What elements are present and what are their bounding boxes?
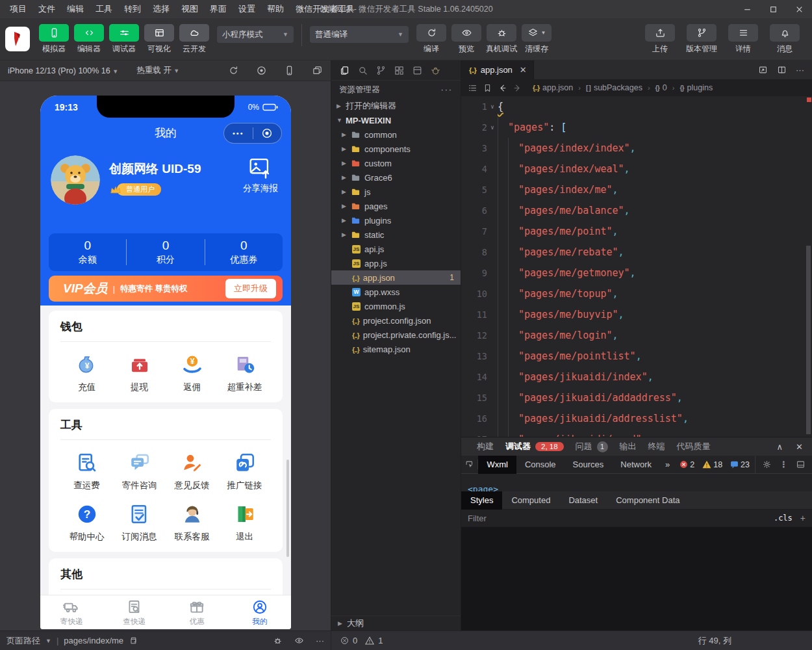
- tree-file-app.wxss[interactable]: Wapp.wxss: [331, 285, 461, 299]
- close-button[interactable]: [786, 0, 812, 18]
- devtools-tab-Wxml[interactable]: Wxml: [478, 456, 516, 474]
- close-circle-icon[interactable]: [253, 127, 282, 139]
- toolbar-action-预览[interactable]: 预览: [450, 24, 483, 55]
- inspect-element-icon[interactable]: [461, 460, 478, 469]
- menu-item-文件[interactable]: 文件: [32, 0, 61, 18]
- error-count[interactable]: 2: [679, 460, 694, 469]
- page-path-label[interactable]: 页面路径: [6, 635, 40, 647]
- wxml-tree-clipped[interactable]: <page>: [461, 474, 812, 491]
- tree-folder-static[interactable]: ▶static: [331, 228, 461, 242]
- grid-item-查运费[interactable]: 查运费: [60, 440, 113, 491]
- tab-我的[interactable]: 我的: [229, 595, 292, 629]
- menu-item-微信开发者工具[interactable]: 微信开发者工具: [290, 0, 361, 18]
- dock-panel-icon[interactable]: [796, 460, 806, 469]
- copy-icon[interactable]: [129, 636, 137, 645]
- compile-select[interactable]: 普通编译▼: [310, 26, 409, 43]
- grid-item-意见反馈[interactable]: 意见反馈: [166, 440, 218, 491]
- tab-优惠[interactable]: 优惠: [166, 595, 229, 629]
- phone-scrollbar[interactable]: [286, 460, 289, 557]
- tree-file-project.private.config.js...[interactable]: {..}project.private.config.js...: [331, 328, 461, 342]
- forward-arrow-icon[interactable]: [513, 83, 522, 93]
- mode-select[interactable]: 小程序模式▼: [217, 26, 294, 43]
- menu-item-帮助[interactable]: 帮助: [261, 0, 290, 18]
- cls-button[interactable]: .cls: [774, 514, 793, 523]
- list-icon[interactable]: [468, 83, 477, 93]
- grid-item-帮助中心[interactable]: ?帮助中心: [60, 491, 113, 543]
- toolbar-mode-调试器[interactable]: 调试器: [107, 24, 141, 55]
- editor-scrollbar[interactable]: [806, 246, 811, 434]
- files-activity-icon[interactable]: [339, 65, 350, 76]
- grid-item-超重补差[interactable]: 超重补差: [218, 342, 271, 393]
- multi-window-icon[interactable]: [312, 65, 323, 76]
- tab-查快递[interactable]: 查快递: [103, 595, 166, 629]
- outline-section[interactable]: ▶ 大纲: [331, 616, 461, 630]
- error-count-status[interactable]: 0: [353, 636, 357, 645]
- stat-优惠券[interactable]: 0优惠券: [205, 239, 283, 266]
- styles-tab-Styles[interactable]: Styles: [461, 491, 502, 510]
- debugger-tab-调试器[interactable]: 调试器2, 18: [505, 441, 564, 452]
- record-icon[interactable]: [256, 65, 267, 76]
- tree-file-common.js[interactable]: JScommon.js: [331, 299, 461, 313]
- toolbar-action-清缓存[interactable]: ▼清缓存: [520, 24, 553, 55]
- grid-item-联系客服[interactable]: 联系客服: [166, 491, 218, 543]
- minimize-button[interactable]: [734, 0, 760, 18]
- tree-folder-pages[interactable]: ▶pages: [331, 199, 461, 213]
- toolbar-mode-模拟器[interactable]: 模拟器: [37, 24, 71, 55]
- tab-寄快递[interactable]: 寄快递: [40, 595, 103, 629]
- toolbar-action-上传[interactable]: 上传: [640, 24, 680, 55]
- info-count[interactable]: 23: [730, 460, 750, 469]
- kebab-menu-icon[interactable]: ⋮: [780, 460, 788, 469]
- devtools-tab-Sources[interactable]: Sources: [565, 456, 613, 474]
- vip-banner[interactable]: VIP会员 | 特惠寄件 尊贵特权 立即升级: [49, 276, 283, 302]
- fold-icon[interactable]: ∨: [487, 103, 498, 110]
- maximize-button[interactable]: [760, 0, 786, 18]
- menu-item-界面[interactable]: 界面: [204, 0, 233, 18]
- hot-reload-select[interactable]: 热重载 开 ▼: [136, 65, 179, 76]
- toolbar-action-消息[interactable]: 消息: [765, 24, 805, 55]
- phone-view-icon[interactable]: [284, 65, 295, 76]
- teapot-activity-icon[interactable]: [430, 65, 441, 76]
- toolbar-mode-可视化[interactable]: 可视化: [142, 24, 176, 55]
- toolbar-action-详情[interactable]: 详情: [723, 24, 763, 55]
- avatar[interactable]: [51, 155, 100, 205]
- warning-count[interactable]: 18: [702, 460, 722, 469]
- code-editor[interactable]: 1∨{2∨"pages": [3"pages/index/index",4"pa…: [461, 96, 812, 437]
- tree-folder-components[interactable]: ▶components: [331, 142, 461, 156]
- add-style-icon[interactable]: +: [800, 513, 806, 523]
- upgrade-button[interactable]: 立即升级: [225, 279, 276, 298]
- collapse-panel-icon[interactable]: ∧: [777, 442, 783, 452]
- stat-积分[interactable]: 0积分: [127, 239, 204, 266]
- cursor-position[interactable]: 行 49, 列: [698, 635, 731, 647]
- tree-folder-custom[interactable]: ▶custom: [331, 156, 461, 170]
- breadcrumb-item-app.json[interactable]: {..}app.json: [533, 83, 573, 92]
- debugger-tab-构建[interactable]: 构建: [477, 441, 494, 452]
- gear-icon[interactable]: [762, 460, 772, 469]
- editor-more-icon[interactable]: ···: [796, 65, 804, 75]
- menu-item-选择[interactable]: 选择: [147, 0, 175, 18]
- debugger-tab-代码质量[interactable]: 代码质量: [677, 441, 711, 452]
- close-tab-icon[interactable]: ✕: [520, 65, 527, 75]
- styles-tab-Dataset[interactable]: Dataset: [559, 491, 607, 510]
- toolbar-mode-编辑器[interactable]: 编辑器: [72, 24, 106, 55]
- menu-item-工具[interactable]: 工具: [90, 0, 118, 18]
- stat-余额[interactable]: 0余额: [49, 239, 126, 266]
- eye-icon[interactable]: [294, 636, 304, 645]
- capsule-menu[interactable]: •••: [223, 123, 282, 144]
- tree-folder-js[interactable]: ▶js: [331, 185, 461, 199]
- grid-item-返佣[interactable]: ¥返佣: [166, 342, 218, 393]
- open-preview-icon[interactable]: [758, 65, 768, 75]
- devtools-overflow-icon[interactable]: »: [660, 460, 675, 469]
- toolbar-mode-云开发[interactable]: 云开发: [177, 24, 211, 55]
- tree-file-project.config.json[interactable]: {..}project.config.json: [331, 313, 461, 328]
- back-arrow-icon[interactable]: [498, 83, 507, 93]
- tree-folder-Grace6[interactable]: ▶Grace6: [331, 170, 461, 185]
- share-poster[interactable]: 分享海报: [243, 155, 278, 194]
- tree-folder-plugins[interactable]: ▶plugins: [331, 213, 461, 228]
- devtools-tab-Network[interactable]: Network: [612, 456, 660, 474]
- blocks-activity-icon[interactable]: [394, 65, 405, 76]
- tree-file-app.js[interactable]: JSapp.js: [331, 256, 461, 270]
- grid-item-订阅消息[interactable]: 订阅消息: [113, 491, 166, 543]
- grid-item-充值[interactable]: ¥充值: [60, 342, 113, 393]
- tree-folder-common[interactable]: ▶common: [331, 127, 461, 142]
- debugger-tab-输出[interactable]: 输出: [620, 441, 637, 452]
